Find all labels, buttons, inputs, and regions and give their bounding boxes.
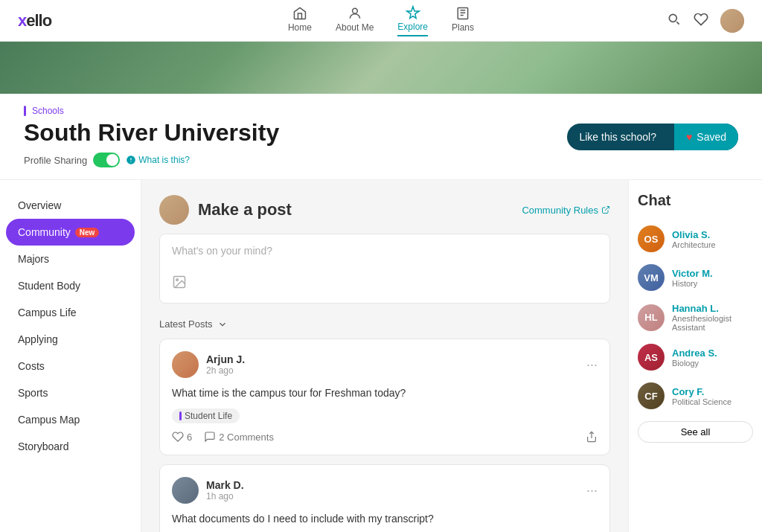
post-card-header: Mark D. 1h ago ··· xyxy=(172,477,598,504)
saved-label: Saved xyxy=(697,131,726,143)
about-icon xyxy=(348,6,362,21)
chat-avatar: AS xyxy=(638,344,665,371)
chat-user-info: Victor M. History xyxy=(672,268,713,288)
what-is-this-link[interactable]: What is this? xyxy=(126,155,190,165)
see-all-button[interactable]: See all xyxy=(638,421,753,443)
latest-posts-label: Latest Posts xyxy=(159,318,213,330)
post-user-info: Mark D. 1h ago xyxy=(172,477,244,504)
post-title-area: Make a post xyxy=(159,195,292,225)
sidebar-item-community[interactable]: Community New xyxy=(6,219,135,246)
post-actions: 6 2 Comments xyxy=(172,431,598,443)
saved-button[interactable]: ♥ Saved xyxy=(674,124,738,150)
like-count: 6 xyxy=(187,432,192,443)
post-input-container: What's on your mind? xyxy=(159,234,610,304)
post-actions-left: 6 2 Comments xyxy=(172,431,274,443)
chat-user-olivia[interactable]: OS Olivia S. Architecture xyxy=(638,219,753,258)
school-info: Schools South River University Profile S… xyxy=(24,106,279,167)
post-more-button[interactable]: ··· xyxy=(586,483,598,499)
post-card-header: Arjun J. 2h ago ··· xyxy=(172,351,598,378)
chat-user-info: Hannah L. Anesthesiologist Assistant xyxy=(672,303,753,332)
image-icon xyxy=(172,275,187,289)
chat-user-major: Political Science xyxy=(672,397,731,406)
chat-user-major: Biology xyxy=(672,359,717,368)
sidebar-item-storyboard[interactable]: Storyboard xyxy=(0,433,141,460)
chat-user-name: Andrea S. xyxy=(672,347,717,359)
profile-sharing-row: Profile Sharing What is this? xyxy=(24,153,279,167)
sidebar: Overview Community New Majors Student Bo… xyxy=(0,180,141,532)
heart-button[interactable] xyxy=(694,12,708,29)
sidebar-item-campus-map[interactable]: Campus Map xyxy=(0,406,141,433)
share-button[interactable] xyxy=(586,431,598,443)
explore-icon xyxy=(406,5,420,20)
chat-title: Chat xyxy=(638,192,753,209)
home-icon xyxy=(292,6,307,21)
sidebar-item-campus-life[interactable]: Campus Life xyxy=(0,299,141,326)
chat-user-hannah[interactable]: HL Hannah L. Anesthesiologist Assistant xyxy=(638,297,753,338)
like-button[interactable]: 6 xyxy=(172,431,192,443)
post-tag: Student Life xyxy=(172,408,240,423)
info-icon xyxy=(126,155,136,165)
chevron-down-icon xyxy=(217,319,228,330)
app-logo[interactable]: xello xyxy=(18,11,51,31)
svg-point-0 xyxy=(352,8,357,13)
chat-user-andrea[interactable]: AS Andrea S. Biology xyxy=(638,338,753,376)
share-icon xyxy=(586,431,598,443)
post-author-details: Mark D. 1h ago xyxy=(206,479,244,501)
nav-right xyxy=(667,9,744,33)
sidebar-item-student-body[interactable]: Student Body xyxy=(0,272,141,299)
chat-user-cory[interactable]: CF Cory F. Political Science xyxy=(638,376,753,415)
chat-avatar: VM xyxy=(638,264,665,291)
chat-user-name: Victor M. xyxy=(672,268,713,279)
latest-posts-filter[interactable]: Latest Posts xyxy=(159,318,610,330)
new-badge: New xyxy=(75,228,100,237)
comment-count: 2 Comments xyxy=(219,432,274,443)
heart-saved-icon: ♥ xyxy=(686,131,692,143)
comment-button[interactable]: 2 Comments xyxy=(204,431,274,443)
search-button[interactable] xyxy=(667,12,682,29)
svg-line-4 xyxy=(605,207,609,211)
nav-item-home[interactable]: Home xyxy=(288,6,312,36)
community-rules-label: Community Rules xyxy=(522,205,598,216)
svg-point-6 xyxy=(176,279,179,281)
post-timestamp: 2h ago xyxy=(206,365,245,376)
sidebar-item-applying[interactable]: Applying xyxy=(0,326,141,353)
nav-items: Home About Me Explore Plans xyxy=(288,5,474,36)
chat-user-name: Cory F. xyxy=(672,386,731,397)
chat-user-major: Architecture xyxy=(672,240,716,249)
sidebar-item-sports[interactable]: Sports xyxy=(0,379,141,406)
chat-user-info: Olivia S. Architecture xyxy=(672,229,716,249)
sidebar-item-overview[interactable]: Overview xyxy=(0,192,141,219)
nav-item-plans[interactable]: Plans xyxy=(452,6,474,36)
tag-label: Student Life xyxy=(185,411,232,421)
nav-label-explore: Explore xyxy=(397,22,428,32)
post-section-header: Make a post Community Rules xyxy=(159,195,610,225)
nav-item-about[interactable]: About Me xyxy=(336,6,374,36)
image-upload-button[interactable] xyxy=(172,275,187,292)
post-content: What documents do I need to include with… xyxy=(172,511,598,527)
chat-avatar: HL xyxy=(638,304,665,331)
nav-label-plans: Plans xyxy=(452,22,474,33)
profile-sharing-label: Profile Sharing xyxy=(24,155,87,166)
post-user-info: Arjun J. 2h ago xyxy=(172,351,245,378)
top-nav: xello Home About Me Explore Plans xyxy=(0,0,762,42)
search-icon xyxy=(667,12,682,27)
nav-item-explore[interactable]: Explore xyxy=(397,5,428,36)
like-school-button[interactable]: Like this school? xyxy=(567,124,668,150)
community-rules-link[interactable]: Community Rules xyxy=(522,205,610,216)
sidebar-community-label: Community xyxy=(18,226,71,238)
post-author-avatar xyxy=(172,477,199,504)
svg-rect-1 xyxy=(458,7,467,19)
plans-icon xyxy=(455,6,470,21)
like-icon xyxy=(172,431,184,443)
profile-sharing-toggle[interactable] xyxy=(93,153,120,167)
sidebar-item-costs[interactable]: Costs xyxy=(0,353,141,379)
chat-avatar: OS xyxy=(638,225,665,252)
school-name: South River University xyxy=(24,119,279,147)
post-more-button[interactable]: ··· xyxy=(586,357,598,373)
user-avatar[interactable] xyxy=(720,9,744,33)
sidebar-item-majors[interactable]: Majors xyxy=(0,246,141,272)
chat-user-victor[interactable]: VM Victor M. History xyxy=(638,258,753,297)
post-card: Arjun J. 2h ago ··· What time is the cam… xyxy=(159,339,610,455)
post-placeholder-text[interactable]: What's on your mind? xyxy=(172,245,598,257)
post-content: What time is the campus tour for Freshma… xyxy=(172,385,598,401)
